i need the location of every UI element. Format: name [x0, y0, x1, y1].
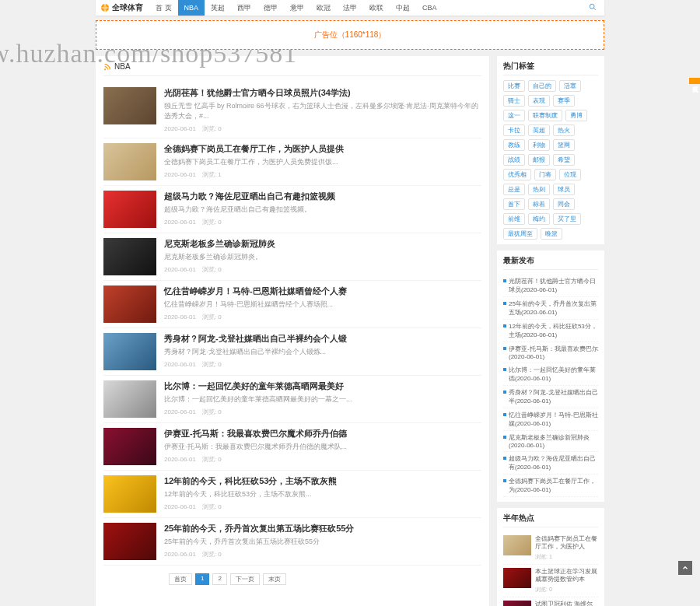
- article-title[interactable]: 25年前的今天，乔丹首次复出第五场比赛狂砍55分: [164, 523, 481, 534]
- tag-item[interactable]: 买了里: [553, 213, 581, 225]
- tag-item[interactable]: 希望: [553, 154, 575, 166]
- article-title[interactable]: 光阴荏苒！犹他爵士官方晒今日球员照片(34学法): [164, 87, 481, 99]
- tag-item[interactable]: 卡拉: [503, 124, 525, 136]
- nav-item-9[interactable]: 中超: [390, 0, 416, 16]
- nav-item-4[interactable]: 德甲: [257, 0, 284, 16]
- article-thumb[interactable]: [103, 523, 156, 560]
- page-next[interactable]: 下一页: [230, 573, 260, 585]
- tag-item[interactable]: 首下: [503, 198, 525, 210]
- nav-item-7[interactable]: 法甲: [337, 0, 363, 16]
- tag-item[interactable]: 这一: [503, 110, 525, 121]
- tag-item[interactable]: 自己的: [528, 80, 556, 92]
- tag-item[interactable]: 比赛: [503, 80, 525, 92]
- tag-item[interactable]: 勇博: [565, 110, 587, 121]
- hot-title[interactable]: 本土篮球正在学习发展 威塞势提数管约本: [535, 568, 598, 584]
- tag-item[interactable]: 教练: [503, 139, 525, 151]
- recent-item[interactable]: 光阴荏苒！犹他爵士官方晒今日球员(2020-06-01): [503, 275, 598, 297]
- tag-item[interactable]: 表现: [528, 95, 550, 107]
- nav-item-5[interactable]: 意甲: [284, 0, 310, 16]
- tag-item[interactable]: 球员: [553, 184, 575, 195]
- recent-item[interactable]: 超级马力欧？海佐尼亚晒出自己有(2020-06-01): [503, 452, 598, 475]
- article-title[interactable]: 秀身材？阿龙-戈登社媒晒出自己半裸约会个人锻: [164, 333, 481, 345]
- tag-item[interactable]: 门将: [534, 169, 556, 180]
- article-thumb[interactable]: [103, 428, 156, 465]
- article-title[interactable]: 尼克斯老板多兰确诊新冠肺炎: [164, 238, 481, 250]
- tag-item[interactable]: 热火: [553, 124, 575, 136]
- article-title[interactable]: 忆往昔峥嵘岁月！马特-巴恩斯社媒晒曾经个人赛: [164, 285, 481, 297]
- tag-item[interactable]: 同会: [553, 198, 575, 210]
- article-item: 比尔博：一起回忆美好的童年莱德高晒网最美好比尔博：一起回忆美好的童年莱德高晒网最…: [103, 376, 481, 423]
- recent-item[interactable]: 秀身材？阿龙-戈登社媒晒出自己半(2020-06-01): [503, 386, 598, 408]
- tag-item[interactable]: 晚篮: [541, 228, 562, 240]
- article-thumb[interactable]: [103, 143, 156, 180]
- tag-item[interactable]: 骑士: [503, 95, 525, 107]
- article-thumb[interactable]: [103, 475, 156, 513]
- nav-item-8[interactable]: 欧联: [363, 0, 390, 16]
- tag-item[interactable]: 活塞: [559, 80, 581, 92]
- recent-box: 最新发布 光阴荏苒！犹他爵士官方晒今日球员(2020-06-01)25年前的今天…: [497, 250, 604, 502]
- recent-item[interactable]: 比尔博：一起回忆美好的童年莱德(2020-06-01): [503, 363, 598, 386]
- recent-item[interactable]: 25年前的今天，乔丹首次复出第五场(2020-06-01): [503, 297, 598, 320]
- tag-item[interactable]: 最犹周至: [503, 228, 537, 240]
- nav-item-2[interactable]: 英超: [205, 0, 231, 16]
- tag-item[interactable]: 赛季: [553, 95, 575, 107]
- page-last[interactable]: 末页: [263, 573, 286, 585]
- tag-item[interactable]: 战绩: [503, 154, 525, 166]
- recent-item[interactable]: 尼克斯老板多兰确诊新冠肺炎(2020-06-01): [503, 431, 598, 452]
- article-desc: 全德妈赛下岗员工在餐厅工作，为医护人员免费提供饭...: [164, 157, 481, 167]
- nav-item-1[interactable]: NBA: [178, 0, 205, 16]
- feedback-tab[interactable]: 在线反馈: [689, 78, 700, 84]
- tag-item[interactable]: 总是: [503, 184, 525, 195]
- main-nav: 首 页NBA英超西甲德甲意甲欧冠法甲欧联中超CBA: [149, 0, 586, 16]
- back-to-top[interactable]: [678, 561, 692, 575]
- tag-item[interactable]: 邮报: [528, 154, 550, 166]
- globe-icon: [100, 3, 110, 12]
- tag-item[interactable]: 位现: [559, 169, 581, 180]
- recent-item[interactable]: 12年前的今天，科比狂砍53分，主场(2020-06-01): [503, 320, 598, 342]
- nav-item-3[interactable]: 西甲: [231, 0, 257, 16]
- hot-title[interactable]: 试图卫冠利佑 海维尔复出加仗的外援: [535, 601, 598, 606]
- site-logo[interactable]: 全球体育: [100, 2, 143, 13]
- hot-thumb[interactable]: [503, 535, 531, 555]
- article-thumb[interactable]: [103, 333, 156, 370]
- nav-item-0[interactable]: 首 页: [149, 0, 178, 16]
- recent-item[interactable]: 伊赛亚-托马斯：我最喜欢费巴尔(2020-06-01): [503, 342, 598, 363]
- tag-item[interactable]: 联赛制度: [528, 110, 562, 121]
- tag-item[interactable]: 梅约: [528, 213, 550, 225]
- article-thumb[interactable]: [103, 238, 156, 275]
- tag-item[interactable]: 利物: [528, 139, 550, 151]
- main-content: NBA 光阴荏苒！犹他爵士官方晒今日球员照片(34学法)独丘无雪 忆高手 by …: [96, 56, 489, 606]
- tags-box: 热门标签 比赛自己的活塞骑士表现赛季这一联赛制度勇博卡拉英超热火教练利物篮网战绩…: [497, 56, 604, 244]
- tag-item[interactable]: 英超: [528, 124, 550, 136]
- tag-item[interactable]: 标着: [528, 198, 550, 210]
- tag-item[interactable]: 篮网: [553, 139, 575, 151]
- page-2[interactable]: 2: [212, 573, 226, 585]
- hot-thumb[interactable]: [503, 568, 531, 588]
- article-title[interactable]: 12年前的今天，科比狂砍53分，主场不敌灰熊: [164, 475, 481, 487]
- page-first[interactable]: 首页: [169, 573, 192, 585]
- article-title[interactable]: 比尔博：一起回忆美好的童年莱德高晒网最美好: [164, 380, 481, 392]
- page-current[interactable]: 1: [195, 573, 209, 585]
- article-title[interactable]: 全德妈赛下岗员工在餐厅工作，为医护人员提供: [164, 143, 481, 155]
- ad-placeholder[interactable]: 广告位（1160*118）: [96, 20, 604, 50]
- article-title[interactable]: 伊赛亚-托马斯：我最喜欢费巴尔魔术师乔丹伯德: [164, 428, 481, 440]
- article-thumb[interactable]: [103, 87, 156, 124]
- hot-meta: 浏览: 0: [535, 586, 598, 594]
- tag-item[interactable]: 前维: [503, 213, 525, 225]
- search-icon[interactable]: [586, 2, 600, 13]
- article-meta: 2020-06-01浏览: 1: [164, 170, 481, 179]
- hot-title[interactable]: 全德妈赛下岗员工在餐厅工作，为医护人: [535, 535, 598, 552]
- tag-item[interactable]: 热刺: [528, 184, 550, 195]
- rss-icon: [103, 63, 111, 71]
- recent-item[interactable]: 忆往昔峥嵘岁月！马特-巴恩斯社媒(2020-06-01): [503, 408, 598, 431]
- article-title[interactable]: 超级马力欧？海佐尼亚晒出自己有趣扣篮视频: [164, 191, 481, 202]
- hot-item: 试图卫冠利佑 海维尔复出加仗的外援浏览: 0: [503, 597, 598, 606]
- nav-item-10[interactable]: CBA: [416, 0, 443, 16]
- hot-thumb[interactable]: [503, 601, 531, 606]
- article-thumb[interactable]: [103, 191, 156, 228]
- article-thumb[interactable]: [103, 285, 156, 323]
- nav-item-6[interactable]: 欧冠: [310, 0, 337, 16]
- recent-item[interactable]: 全德妈赛下岗员工在餐厅工作，为(2020-06-01): [503, 475, 598, 497]
- tag-item[interactable]: 优秀相: [503, 169, 531, 180]
- article-thumb[interactable]: [103, 380, 156, 418]
